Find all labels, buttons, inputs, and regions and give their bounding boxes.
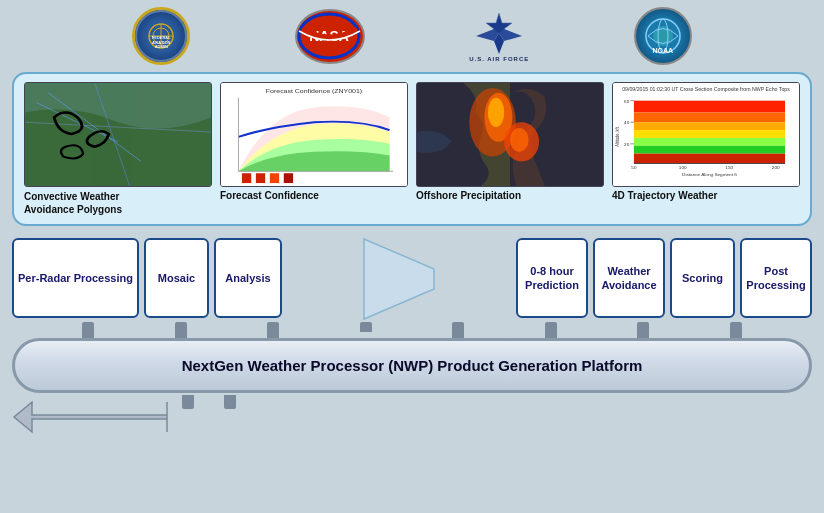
app-container: FEDERALAVIATIONADMIN NASA U.S. AIR FORCE — [0, 0, 824, 513]
noaa-logo: NOAA — [634, 7, 692, 65]
svg-text:Distance Along Segment ft: Distance Along Segment ft — [682, 173, 738, 178]
svg-rect-20 — [256, 173, 265, 183]
left-feedback-arrow — [12, 397, 172, 437]
svg-text:Altitude, kft: Altitude, kft — [614, 127, 619, 147]
svg-text:150: 150 — [725, 166, 733, 171]
forecast-image: Forecast Confidence (ZNY001) — [220, 82, 408, 187]
funnel-arrow — [287, 234, 511, 322]
svg-rect-35 — [634, 130, 785, 138]
mosaic-box: Mosaic — [144, 238, 209, 318]
svg-rect-19 — [242, 173, 251, 183]
svg-text:09/09/2015 01:02:30 UT Cross S: 09/09/2015 01:02:30 UT Cross Section Com… — [622, 87, 790, 92]
pipeline-row: Per-Radar Processing Mosaic Analysis 0-8… — [12, 234, 812, 322]
noaa-label: NOAA — [652, 47, 673, 54]
offshore-label: Offshore Precipitation — [416, 190, 604, 201]
svg-point-26 — [488, 98, 504, 127]
svg-text:100: 100 — [679, 166, 687, 171]
platform-bus: NextGen Weather Processor (NWP) Product … — [12, 338, 812, 393]
convective-weather-item: Convective WeatherAvoidance Polygons — [24, 82, 212, 216]
forecast-label: Forecast Confidence — [220, 190, 408, 201]
svg-text:Forecast Confidence (ZNY001): Forecast Confidence (ZNY001) — [266, 87, 362, 94]
svg-rect-33 — [634, 112, 785, 122]
nasa-logo: NASA — [295, 9, 365, 64]
svg-rect-34 — [634, 122, 785, 130]
usaf-logo: U.S. AIR FORCE — [469, 11, 529, 62]
offshore-image — [416, 82, 604, 187]
platform-label: NextGen Weather Processor (NWP) Product … — [182, 357, 643, 374]
svg-rect-22 — [284, 173, 293, 183]
svg-rect-21 — [270, 173, 279, 183]
svg-rect-32 — [634, 101, 785, 113]
offshore-item: Offshore Precipitation — [416, 82, 604, 216]
bottom-section — [12, 393, 812, 437]
trajectory-item: 09/09/2015 01:02:30 UT Cross Section Com… — [612, 82, 800, 216]
svg-text:50: 50 — [631, 166, 637, 171]
svg-rect-36 — [634, 138, 785, 146]
logos-row: FEDERALAVIATIONADMIN NASA U.S. AIR FORCE — [0, 0, 824, 72]
usaf-label: U.S. AIR FORCE — [469, 56, 529, 62]
weather-panel: Convective WeatherAvoidance Polygons For… — [12, 72, 812, 226]
forecast-item: Forecast Confidence (ZNY001) — [220, 82, 408, 216]
svg-text:60: 60 — [624, 99, 630, 104]
per-radar-box: Per-Radar Processing — [12, 238, 139, 318]
post-processing-box: PostProcessing — [740, 238, 812, 318]
feedback-arrow — [12, 393, 172, 437]
svg-point-28 — [510, 128, 529, 152]
svg-rect-37 — [634, 146, 785, 154]
trajectory-image: 09/09/2015 01:02:30 UT Cross Section Com… — [612, 82, 800, 187]
svg-rect-38 — [634, 154, 785, 164]
diagram-area: Convective WeatherAvoidance Polygons For… — [8, 72, 816, 437]
faa-label: FEDERALAVIATIONADMIN — [152, 36, 171, 50]
scoring-box: Scoring — [670, 238, 735, 318]
connector-pins-top — [12, 322, 812, 338]
svg-text:20: 20 — [624, 142, 630, 147]
trajectory-label: 4D Trajectory Weather — [612, 190, 800, 201]
analysis-box: Analysis — [214, 238, 282, 318]
convective-image — [24, 82, 212, 187]
prediction-box: 0-8 hourPrediction — [516, 238, 588, 318]
svg-text:200: 200 — [772, 166, 780, 171]
weather-avoidance-box: WeatherAvoidance — [593, 238, 665, 318]
convective-label: Convective WeatherAvoidance Polygons — [24, 190, 212, 216]
faa-logo: FEDERALAVIATIONADMIN — [132, 7, 190, 65]
svg-text:40: 40 — [624, 121, 630, 126]
